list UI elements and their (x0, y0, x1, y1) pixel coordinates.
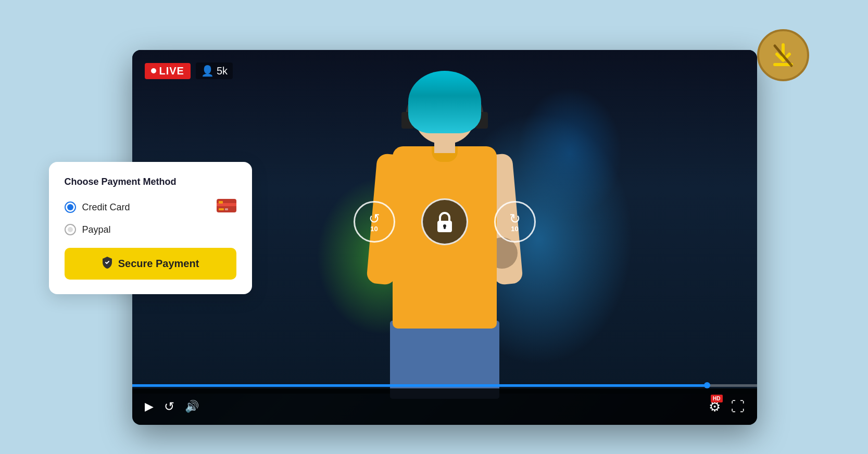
live-label: LIVE (159, 65, 184, 77)
replay-icon: ↺ (164, 399, 174, 414)
credit-card-radio[interactable] (65, 201, 76, 213)
viewer-icon: 👤 (201, 65, 214, 77)
svg-rect-7 (219, 201, 223, 204)
viewer-count: 👤 5k (196, 62, 233, 79)
fullscreen-icon: ⛶ (731, 399, 745, 415)
hd-badge: HD (711, 395, 722, 402)
viewer-count-value: 5k (217, 65, 228, 77)
person-hair (408, 71, 481, 133)
play-button[interactable]: ▶ (145, 400, 154, 413)
lock-icon[interactable] (421, 198, 468, 245)
secure-payment-label: Secure Payment (118, 258, 199, 270)
rewind-10-icon[interactable]: ↺ 10 (354, 201, 395, 243)
video-overlay-icons: ↺ 10 ↻ 10 (354, 198, 536, 245)
page-container: LIVE 👤 5k ↺ 10 (49, 24, 820, 430)
download-icon (771, 42, 796, 69)
credit-card-label: Credit Card (82, 202, 210, 213)
person-neck (434, 140, 455, 153)
rewind-seconds: 10 (370, 225, 378, 233)
download-icon-wrapper (771, 42, 796, 69)
fullscreen-button[interactable]: ⛶ (731, 399, 745, 415)
paypal-option[interactable]: Paypal (65, 224, 236, 235)
payment-options: Credit Card Paypal (65, 199, 236, 235)
paypal-radio-inner (68, 227, 73, 232)
forward-10-icon[interactable]: ↻ 10 (494, 201, 536, 243)
payment-title: Choose Payment Method (65, 176, 236, 187)
svg-rect-6 (225, 208, 228, 210)
paypal-radio[interactable] (65, 224, 76, 235)
play-icon: ▶ (145, 400, 154, 413)
progress-bar-fill (132, 384, 707, 387)
settings-wrapper: HD ⚙ (709, 399, 721, 415)
replay-button[interactable]: ↺ (164, 399, 174, 414)
shield-icon (102, 256, 113, 271)
volume-icon: 🔊 (185, 400, 199, 413)
secure-payment-button[interactable]: Secure Payment (65, 248, 236, 280)
forward-seconds: 10 (511, 225, 518, 233)
live-tag: LIVE (145, 63, 191, 79)
person-jeans (390, 321, 499, 399)
progress-bar-container[interactable] (132, 384, 757, 387)
live-badge: LIVE 👤 5k (145, 62, 233, 79)
paypal-label: Paypal (82, 224, 236, 235)
credit-card-icon (217, 199, 236, 216)
svg-rect-5 (219, 208, 224, 210)
credit-card-option[interactable]: Credit Card (65, 199, 236, 216)
credit-card-radio-inner (67, 204, 73, 210)
payment-panel: Choose Payment Method Credit Card (49, 162, 252, 294)
live-dot (151, 68, 156, 73)
svg-rect-2 (444, 226, 446, 229)
volume-button[interactable]: 🔊 (185, 400, 199, 413)
video-controls-bar: ▶ ↺ 🔊 HD ⚙ ⛶ (132, 388, 757, 425)
download-disabled-badge (757, 29, 809, 81)
